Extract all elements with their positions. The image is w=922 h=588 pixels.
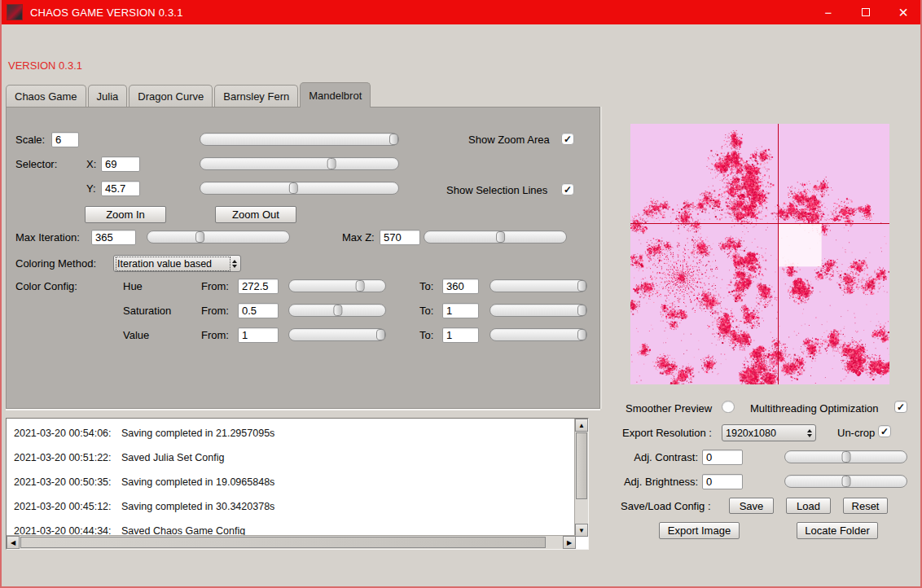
scroll-thumb[interactable] bbox=[576, 432, 587, 499]
log-timestamp: 2021-03-20 00:50:35: bbox=[14, 476, 112, 488]
mandelbrot-panel: Scale: 6 Show Zoom Area ✓ Selector: X: 6… bbox=[6, 107, 600, 409]
smoother-preview-checkbox[interactable] bbox=[722, 401, 735, 413]
tab-chaos-game[interactable]: Chaos Game bbox=[6, 85, 86, 107]
save-load-config-label: Save/Load Config : bbox=[621, 500, 711, 512]
hue-from-slider[interactable] bbox=[288, 279, 386, 292]
show-zoom-area-checkbox[interactable]: ✓ bbox=[561, 133, 574, 145]
saturation-to-slider-thumb[interactable] bbox=[577, 305, 586, 316]
saturation-to-slider[interactable] bbox=[490, 304, 587, 317]
close-icon: × bbox=[898, 3, 908, 22]
saturation-to-label: To: bbox=[419, 305, 433, 317]
max-z-input[interactable]: 570 bbox=[380, 230, 420, 245]
log-vertical-scrollbar[interactable]: ▲ ▼ bbox=[574, 419, 588, 537]
value-to-slider-thumb[interactable] bbox=[577, 329, 586, 340]
value-from-slider-thumb[interactable] bbox=[376, 329, 385, 340]
scroll-thumb[interactable] bbox=[20, 537, 546, 548]
scale-label: Scale: bbox=[15, 134, 45, 146]
scale-input[interactable]: 6 bbox=[51, 132, 79, 147]
close-button[interactable]: × bbox=[885, 0, 922, 24]
tab-bar: Chaos Game Julia Dragon Curve Barnsley F… bbox=[6, 81, 372, 107]
multithreading-label: Multithreading Optimization bbox=[750, 402, 879, 415]
selector-x-slider-thumb[interactable] bbox=[327, 158, 336, 169]
load-button[interactable]: Load bbox=[786, 498, 831, 514]
show-selection-lines-checkbox[interactable]: ✓ bbox=[561, 183, 574, 195]
value-to-slider[interactable] bbox=[490, 328, 587, 341]
adj-contrast-slider[interactable] bbox=[784, 450, 907, 463]
color-config-label: Color Config: bbox=[15, 280, 77, 292]
uncrop-checkbox[interactable]: ✓ bbox=[878, 425, 891, 437]
saturation-from-input[interactable]: 0.5 bbox=[238, 303, 279, 318]
saturation-to-input[interactable]: 1 bbox=[442, 303, 479, 318]
value-from-label: From: bbox=[201, 329, 229, 341]
hue-to-slider[interactable] bbox=[490, 279, 587, 292]
export-resolution-select[interactable]: 1920x1080 bbox=[722, 424, 816, 441]
hue-to-input[interactable]: 360 bbox=[442, 279, 479, 294]
max-iteration-input[interactable]: 365 bbox=[91, 230, 136, 245]
hue-from-label: From: bbox=[201, 280, 229, 292]
multithreading-checkbox[interactable]: ✓ bbox=[894, 401, 907, 413]
saturation-from-slider[interactable] bbox=[288, 304, 386, 317]
value-from-input[interactable]: 1 bbox=[238, 327, 279, 343]
selector-x-slider[interactable] bbox=[200, 157, 399, 170]
mandelbrot-preview[interactable] bbox=[630, 124, 889, 384]
log-message: Saving completed in 19.0965848s bbox=[121, 476, 274, 488]
export-image-button[interactable]: Export Image bbox=[659, 522, 740, 539]
reset-button[interactable]: Reset bbox=[843, 498, 888, 514]
minimize-icon: − bbox=[825, 6, 832, 20]
window-title: CHAOS GAME VERSION 0.3.1 bbox=[30, 7, 183, 19]
check-icon: ✓ bbox=[897, 402, 905, 413]
tab-barnsley-fern[interactable]: Barnsley Fern bbox=[214, 85, 298, 107]
maximize-button[interactable] bbox=[847, 0, 885, 24]
zoom-out-button[interactable]: Zoom Out bbox=[215, 206, 296, 223]
selector-y-input[interactable]: 45.7 bbox=[101, 181, 140, 196]
check-icon: ✓ bbox=[564, 184, 572, 195]
tab-julia[interactable]: Julia bbox=[88, 85, 128, 107]
log-panel: 2021-03-20 00:54:06: Saving completed in… bbox=[6, 418, 589, 550]
adj-brightness-input[interactable]: 0 bbox=[702, 474, 743, 489]
smoother-preview-label: Smoother Preview bbox=[626, 402, 712, 415]
saturation-from-slider-thumb[interactable] bbox=[334, 305, 343, 316]
scroll-right-button[interactable]: ▶ bbox=[563, 536, 576, 549]
hue-from-input[interactable]: 272.5 bbox=[238, 279, 279, 294]
max-z-slider[interactable] bbox=[424, 230, 567, 244]
max-iteration-slider[interactable] bbox=[147, 230, 290, 244]
adj-contrast-slider-thumb[interactable] bbox=[841, 451, 850, 463]
scale-slider[interactable] bbox=[200, 133, 399, 146]
max-iteration-slider-thumb[interactable] bbox=[195, 231, 204, 243]
saturation-label: Saturation bbox=[123, 305, 171, 317]
combo-updown-icon bbox=[232, 260, 237, 268]
minimize-button[interactable]: − bbox=[810, 0, 847, 24]
hue-to-slider-thumb[interactable] bbox=[577, 280, 586, 292]
hue-to-label: To: bbox=[419, 280, 433, 292]
value-to-input[interactable]: 1 bbox=[442, 327, 479, 343]
hue-label: Hue bbox=[123, 280, 143, 292]
log-horizontal-scrollbar[interactable]: ◀ ▶ bbox=[7, 535, 576, 549]
selector-y-slider-thumb[interactable] bbox=[289, 182, 298, 194]
tab-dragon-curve[interactable]: Dragon Curve bbox=[129, 85, 213, 107]
scroll-left-button[interactable]: ◀ bbox=[7, 536, 20, 549]
uncrop-label: Un-crop bbox=[837, 427, 875, 439]
log-message: Saving completed in 30.3420378s bbox=[121, 501, 274, 512]
hue-from-slider-thumb[interactable] bbox=[355, 280, 364, 292]
value-from-slider[interactable] bbox=[288, 328, 386, 341]
tab-mandelbrot[interactable]: Mandelbrot bbox=[300, 82, 371, 108]
scale-slider-thumb[interactable] bbox=[389, 134, 398, 145]
adj-brightness-slider-thumb[interactable] bbox=[841, 476, 850, 487]
save-button[interactable]: Save bbox=[729, 498, 774, 514]
combo-updown-icon bbox=[807, 429, 812, 437]
adj-brightness-slider[interactable] bbox=[784, 475, 907, 488]
adj-contrast-input[interactable]: 0 bbox=[702, 450, 743, 465]
log-message: Saved Julia Set Config bbox=[121, 452, 224, 463]
selector-x-input[interactable]: 69 bbox=[101, 156, 140, 172]
title-bar: CHAOS GAME VERSION 0.3.1 − × bbox=[0, 0, 922, 24]
value-to-label: To: bbox=[419, 329, 433, 341]
max-z-slider-thumb[interactable] bbox=[496, 231, 505, 243]
scroll-down-button[interactable]: ▼ bbox=[575, 524, 588, 537]
zoom-in-button[interactable]: Zoom In bbox=[85, 206, 166, 223]
coloring-method-value: Iteration value based bbox=[117, 258, 229, 270]
version-label: VERSION 0.3.1 bbox=[8, 59, 82, 72]
locate-folder-button[interactable]: Locate Folder bbox=[797, 522, 878, 539]
scroll-up-button[interactable]: ▲ bbox=[575, 419, 588, 432]
coloring-method-select[interactable]: Iteration value based bbox=[113, 255, 241, 272]
selector-y-slider[interactable] bbox=[200, 182, 399, 195]
